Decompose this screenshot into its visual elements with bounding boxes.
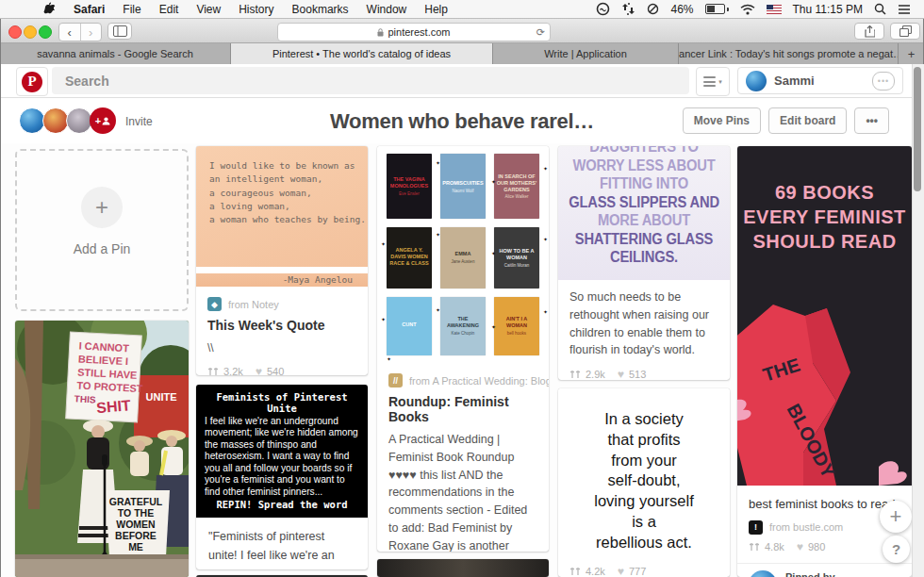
book-cover: The AwakeningKate Chopin (440, 297, 486, 355)
messages-bubble-icon[interactable]: ••• (872, 72, 895, 91)
like-count: 513 (629, 369, 646, 380)
pin-feminists-unite[interactable]: Feminists of Pinterest Unite I feel like… (196, 385, 368, 569)
tab-pinterest[interactable]: Pinterest • The world's catalog of ideas (231, 43, 493, 64)
quote-pin-image[interactable]: I would like to be known asan intelligen… (196, 146, 368, 267)
image-text-line: is a (558, 512, 730, 533)
help-fab[interactable]: ? (883, 536, 910, 563)
glass-ceilings-image[interactable]: DAUGHTERS TOWORRY LESS ABOUTFITTING INTO… (558, 146, 730, 280)
pin-rebellious-act[interactable]: In a societythat profitsfrom yourself-do… (558, 388, 730, 577)
book-cover: The Vagina MonologuesEve Ensler (387, 154, 432, 219)
battery-icon[interactable] (705, 4, 729, 14)
profile-username: Sammi (774, 74, 815, 88)
menubar-app-name[interactable]: Safari (74, 3, 105, 16)
profile-button[interactable]: Sammi ••• (737, 67, 903, 94)
close-window-button[interactable] (8, 25, 22, 39)
apw-favicon: // (388, 373, 403, 387)
pin-glass-ceilings[interactable]: DAUGHTERS TOWORRY LESS ABOUTFITTING INTO… (558, 146, 730, 380)
save-count: 4.8k (765, 541, 784, 552)
input-language-flag-icon[interactable] (767, 5, 782, 14)
save-count: 4.2k (586, 566, 605, 577)
https-lock-icon (377, 28, 384, 37)
pin-source-link[interactable]: ◆ from Notey (196, 287, 368, 311)
image-text-line: I would like to be known as (209, 159, 368, 173)
book-collage-image[interactable]: The Vagina MonologuesEve EnslerPromiscui… (377, 146, 549, 363)
menu-window[interactable]: Window (367, 3, 407, 16)
image-text-line: EVERY FEMINIST (737, 205, 912, 229)
share-button[interactable] (854, 23, 884, 40)
create-pin-fab[interactable]: + (880, 501, 912, 533)
pin-description: A Practical Wedding | Feminist Book Roun… (377, 424, 549, 552)
search-box (52, 67, 689, 94)
new-tab-button[interactable]: + (899, 43, 924, 64)
menu-history[interactable]: History (239, 3, 273, 16)
save-count: 2.9k (586, 369, 605, 380)
menu-view[interactable]: View (196, 3, 221, 16)
search-input[interactable] (52, 67, 716, 94)
reload-icon[interactable]: ⟳ (536, 26, 545, 39)
menu-file[interactable]: File (123, 3, 140, 16)
tab-overview-button[interactable] (890, 23, 920, 40)
image-text-line: loving yourself (558, 491, 730, 512)
pin-partially-visible[interactable] (377, 559, 549, 577)
rebellious-act-image[interactable]: In a societythat profitsfrom yourself-do… (558, 388, 730, 556)
zoom-window-button[interactable] (39, 25, 52, 39)
unite-sign-text: UNITE (146, 391, 177, 403)
menu-bookmarks[interactable]: Bookmarks (292, 3, 349, 16)
books-69-image[interactable]: 69 BOOKSEVERY FEMINISTSHOULD READ THE BL… (737, 146, 912, 486)
pin-title[interactable]: Roundup: Feminist Books (377, 387, 549, 424)
sidebar-toggle-button[interactable] (107, 23, 132, 40)
pin-roundup-feminist-books[interactable]: The Vagina MonologuesEve EnslerPromiscui… (377, 146, 549, 552)
apple-menu-icon[interactable] (43, 2, 56, 16)
notification-center-icon[interactable] (898, 4, 911, 15)
pinterest-logo-button[interactable]: P (16, 67, 48, 96)
move-pins-button[interactable]: Move Pins (683, 107, 761, 134)
image-text-line: MORE ABOUT (565, 211, 722, 230)
sync-arrows-icon[interactable] (621, 3, 635, 15)
feminists-unite-image[interactable]: Feminists of Pinterest Unite I feel like… (196, 385, 368, 518)
pin-stats: 3.2k ♥ 540 (196, 356, 368, 375)
heart-icon: ♥ (618, 368, 624, 380)
image-text-line: WORRY LESS ABOUT (565, 157, 722, 175)
book-cover: PromiscuitiesNaomi Wolf (440, 154, 486, 219)
do-not-disturb-icon[interactable] (647, 3, 659, 15)
menu-edit[interactable]: Edit (159, 3, 179, 16)
board-more-button[interactable]: ••• (854, 107, 889, 134)
edit-board-button[interactable]: Edit board (768, 107, 847, 134)
nav-buttons: ‹ › (58, 23, 102, 41)
creative-cloud-icon[interactable] (596, 2, 610, 16)
menu-help[interactable]: Help (424, 3, 448, 16)
tab-write-application[interactable]: Write | Application (493, 43, 679, 64)
pin-protest-photo[interactable]: UNITE I CANNOT BELIEVE I STILL HAVE TO P… (15, 321, 189, 577)
url-text: pinterest.com (388, 26, 450, 38)
image-text-line: rebellious act. (558, 533, 730, 553)
spotlight-icon[interactable] (874, 3, 886, 15)
forward-button[interactable]: › (81, 24, 102, 41)
pin-this-weeks-quote[interactable]: I would like to be known asan intelligen… (196, 146, 368, 375)
banner-line: TO THE (118, 507, 154, 519)
tab-lancer-link[interactable]: Lancer Link : Today's hit songs promote … (679, 43, 899, 64)
pin-stats: 2.9k ♥ 513 (558, 359, 730, 380)
tab-google-search[interactable]: savanna animals - Google Search (0, 43, 231, 64)
sign-line: THIS (74, 393, 96, 404)
address-bar[interactable]: pinterest.com ⟳ (277, 23, 551, 41)
repin-count-icon (749, 542, 760, 552)
wifi-icon[interactable] (740, 4, 755, 15)
image-text-line: SHATTERING GLASS (565, 230, 722, 249)
image-text-line: CEILINGS. (565, 248, 722, 267)
back-button[interactable]: ‹ (59, 24, 81, 41)
add-a-pin-button[interactable]: + Add a Pin (15, 149, 189, 311)
categories-menu-button[interactable]: ▾ (696, 67, 730, 96)
screen: Safari File Edit View History Bookmarks … (0, 0, 924, 577)
safari-tabbar: savanna animals - Google Search Pinteres… (0, 43, 924, 64)
book-cover: Angela Y. Davis Women Race & Class (387, 227, 432, 288)
pin-footer[interactable]: Pinned bySammi Weiss (737, 563, 912, 577)
pin-grid: + Add a Pin UNITE (1, 143, 923, 577)
pin-title[interactable]: This Week's Quote (196, 311, 368, 333)
menubar-clock[interactable]: Thu 11:15 PM (793, 3, 863, 16)
chevron-down-icon: ▾ (718, 78, 722, 86)
like-count: 980 (808, 541, 825, 552)
pin-source-link[interactable]: // from A Practical Wedding: Blog Ide… (377, 363, 549, 387)
bloody-chamber-cover-art: THE BLOODY (737, 288, 912, 486)
minimize-window-button[interactable] (24, 25, 37, 39)
scrollbar-thumb[interactable] (914, 67, 921, 191)
